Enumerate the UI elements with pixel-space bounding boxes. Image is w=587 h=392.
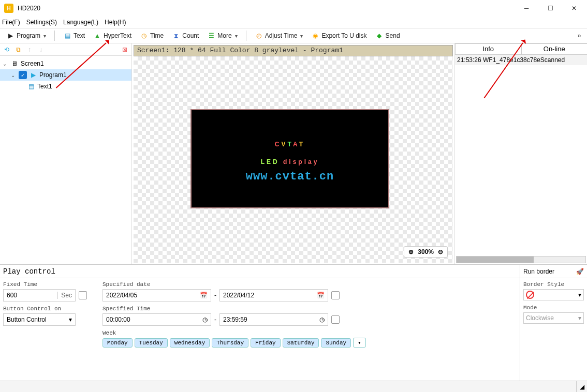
resize-grip-icon[interactable]: ◢ <box>577 381 587 392</box>
mode-select[interactable]: Clockwise▾ <box>523 312 584 324</box>
copy-icon[interactable]: ⧉ <box>13 45 23 54</box>
down-icon[interactable]: ↓ <box>36 45 46 54</box>
refresh-icon[interactable]: ⟲ <box>2 45 11 54</box>
clock-icon: ◷ <box>202 316 208 323</box>
border-style-label: Border Style <box>523 281 584 288</box>
fixed-time-input[interactable]: 600Sec <box>3 289 76 301</box>
hypertext-icon: ▲ <box>93 32 101 40</box>
none-icon <box>526 291 534 299</box>
led-line2: LED display <box>261 153 319 168</box>
count-button[interactable]: ⧗Count <box>169 31 202 41</box>
rocket-icon[interactable]: 🚀 <box>576 268 584 275</box>
checkbox-checked-icon[interactable]: ✓ <box>19 71 27 79</box>
run-border-header: Run border <box>523 268 554 275</box>
export-udisk-button[interactable]: ◉Export To U disk <box>308 31 370 41</box>
led-line1: CVTAT <box>275 134 305 150</box>
text-icon: ▤ <box>63 32 71 40</box>
button-control-label: Button Control on <box>3 306 96 312</box>
day-wednesday[interactable]: Wednesday <box>170 338 210 348</box>
zoom-in-icon[interactable]: ⊕ <box>408 248 414 255</box>
play-icon: ▶ <box>6 32 14 40</box>
tab-online[interactable]: On-line <box>521 43 588 54</box>
usb-icon: ◉ <box>311 32 319 40</box>
time-button[interactable]: ◷Time <box>137 31 167 41</box>
tree-toolbar: ⟲ ⧉ ↑ ↓ ⊠ <box>0 43 131 56</box>
time-checkbox[interactable] <box>331 315 340 324</box>
button-control-select[interactable]: Button Control▾ <box>3 313 76 326</box>
toolbar-overflow[interactable]: » <box>575 32 584 39</box>
calendar-icon: 📅 <box>200 292 208 299</box>
up-icon[interactable]: ↑ <box>25 45 34 54</box>
fixed-time-label: Fixed Time <box>3 281 96 288</box>
day-friday[interactable]: Friday <box>251 338 281 348</box>
menu-help[interactable]: Help(H) <box>105 19 126 26</box>
day-monday[interactable]: Monday <box>102 338 133 348</box>
log-row[interactable]: 21:53:26 WF1_478e1c38c78eScanned <box>455 55 587 65</box>
specified-date-label: Specified date <box>102 281 517 288</box>
log-scrollbar[interactable] <box>456 256 586 263</box>
specified-time-label: Specified Time <box>102 306 517 312</box>
clock-icon: ◷ <box>140 32 148 40</box>
log-list: 21:53:26 WF1_478e1c38c78eScanned <box>455 55 587 255</box>
app-icon: H <box>4 4 13 13</box>
menu-file[interactable]: File(F) <box>2 19 20 26</box>
led-line3: www.cvtat.cn <box>246 170 334 183</box>
project-tree: ⌄🖥 Screen1 ⌄ ✓ ▶ Program1 ▤ Text1 <box>0 56 131 264</box>
text-button[interactable]: ▤Text <box>60 31 88 41</box>
clock-sync-icon: ◴ <box>255 32 263 40</box>
time-to-input[interactable]: 23:59:59◷ <box>219 313 328 326</box>
send-button[interactable]: ◆Send <box>372 31 403 41</box>
canvas-header: Screen1: 128 * 64 Full Color 8 graylevel… <box>134 45 453 56</box>
time-from-input[interactable]: 00:00:00◷ <box>102 313 211 326</box>
week-label: Week <box>102 330 517 336</box>
clock-icon: ◷ <box>319 316 325 323</box>
fixed-time-checkbox[interactable] <box>79 291 87 299</box>
zoom-level: 300% <box>418 248 434 255</box>
menu-language[interactable]: Language(L) <box>63 19 98 26</box>
date-from-input[interactable]: 2022/04/05📅 <box>102 289 211 301</box>
minimize-button[interactable]: ─ <box>515 1 538 16</box>
menubar: File(F) Settings(S) Language(L) Help(H) <box>0 17 587 28</box>
day-sunday[interactable]: Sunday <box>321 338 351 348</box>
zoom-control[interactable]: ⊕ 300% ⊖ <box>404 246 448 258</box>
main-toolbar: ▶Program▾ ▤Text ▲HyperText ◷Time ⧗Count … <box>0 28 587 43</box>
led-preview: CVTAT LED display www.cvtat.cn <box>190 109 389 208</box>
day-saturday[interactable]: Saturday <box>283 338 319 348</box>
statusbar: ◢ <box>0 381 587 392</box>
mode-label: Mode <box>523 305 584 311</box>
maximize-button[interactable]: ☐ <box>538 1 562 16</box>
hourglass-icon: ⧗ <box>172 32 180 40</box>
send-icon: ◆ <box>375 32 384 40</box>
text-icon: ▤ <box>27 82 35 91</box>
date-to-input[interactable]: 2022/04/12📅 <box>219 289 328 301</box>
adjust-time-button[interactable]: ◴Adjust Time▾ <box>252 31 306 41</box>
zoom-out-icon[interactable]: ⊖ <box>438 248 443 255</box>
tab-info[interactable]: Info <box>455 43 522 54</box>
week-days: Monday Tuesday Wednesday Thursday Friday… <box>102 338 517 348</box>
day-dropdown[interactable]: ▾ <box>353 338 366 348</box>
tree-screen[interactable]: ⌄🖥 Screen1 <box>0 58 131 69</box>
play-control-header: Play control <box>0 265 520 278</box>
close-button[interactable]: ✕ <box>562 1 586 16</box>
delete-icon[interactable]: ⊠ <box>120 45 129 54</box>
date-checkbox[interactable] <box>331 291 340 299</box>
day-tuesday[interactable]: Tuesday <box>135 338 168 348</box>
window-title: HD2020 <box>18 5 515 12</box>
tree-text[interactable]: ▤ Text1 <box>0 81 131 92</box>
list-icon: ☰ <box>207 32 215 40</box>
calendar-icon: 📅 <box>317 292 325 299</box>
monitor-icon: 🖥 <box>10 59 19 68</box>
day-thursday[interactable]: Thursday <box>212 338 248 348</box>
program-button[interactable]: ▶Program▾ <box>3 31 49 41</box>
more-button[interactable]: ☰More▾ <box>204 31 240 41</box>
border-style-select[interactable]: ▾ <box>523 289 584 300</box>
play-icon: ▶ <box>29 71 37 79</box>
preview-canvas[interactable]: CVTAT LED display www.cvtat.cn ⊕ 300% ⊖ <box>134 56 453 263</box>
menu-settings[interactable]: Settings(S) <box>26 19 57 26</box>
